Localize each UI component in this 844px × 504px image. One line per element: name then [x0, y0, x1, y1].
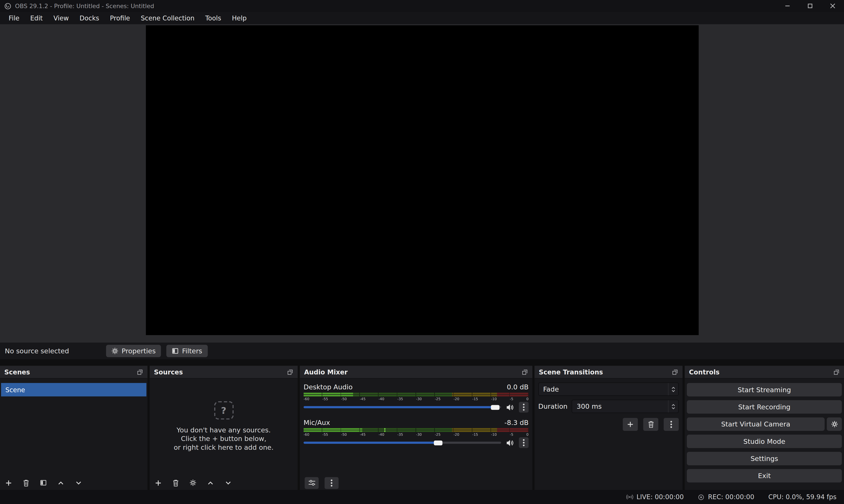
- duration-label: Duration: [538, 402, 567, 411]
- gear-icon: [111, 347, 119, 355]
- rec-timer: REC: 00:00:00: [708, 493, 754, 501]
- channel-name: Mic/Aux: [304, 418, 330, 426]
- move-source-up-icon[interactable]: [207, 479, 214, 486]
- meter-tick-label: -25: [435, 432, 441, 437]
- maximize-button[interactable]: [807, 3, 813, 8]
- meter-tick-label: -35: [397, 397, 403, 401]
- filters-button[interactable]: Filters: [166, 345, 207, 357]
- titlebar: OBS 29.1.2 - Profile: Untitled - Scenes:…: [0, 0, 844, 12]
- meter-tick-label: 0: [526, 397, 528, 401]
- meter-tick-label: -10: [491, 397, 497, 401]
- meter-ticks-overlay: [304, 430, 529, 432]
- volume-meter: [304, 428, 529, 432]
- window-controls: [785, 3, 840, 8]
- transition-select[interactable]: Fade: [538, 382, 679, 396]
- remove-scene-icon[interactable]: [23, 479, 30, 486]
- mixer-channel-desktop-audio: Desktop Audio 0.0 dB -60-55-50-45-40-35-…: [304, 382, 529, 412]
- start-recording-button[interactable]: Start Recording: [687, 400, 842, 414]
- meter-tick-label: -60: [304, 432, 310, 437]
- channel-volume-db: -8.3 dB: [505, 418, 529, 426]
- live-timer: LIVE: 00:00:00: [637, 493, 684, 501]
- stats-text: CPU: 0.0%, 59.94 fps: [768, 493, 836, 501]
- menu-item-help[interactable]: Help: [227, 12, 252, 24]
- rec-status: REC: 00:00:00: [698, 493, 754, 501]
- menu-item-docks[interactable]: Docks: [74, 12, 105, 24]
- remove-transition-button[interactable]: [643, 418, 658, 431]
- empty-text-line: or right click here to add one.: [150, 443, 298, 452]
- cpu-fps-stats: CPU: 0.0%, 59.94 fps: [768, 493, 836, 501]
- add-transition-button[interactable]: [623, 418, 638, 431]
- menu-item-edit[interactable]: Edit: [25, 12, 48, 24]
- menu-item-profile[interactable]: Profile: [105, 12, 135, 24]
- meter-tick-label: -55: [322, 397, 328, 401]
- channel-volume-db: 0.0 dB: [507, 383, 529, 391]
- empty-text-line: Click the + button below,: [150, 435, 298, 443]
- studio-mode-button[interactable]: Studio Mode: [687, 435, 842, 448]
- popout-icon[interactable]: [137, 369, 143, 375]
- volume-slider-handle[interactable]: [491, 405, 499, 410]
- menu-item-tools[interactable]: Tools: [200, 12, 227, 24]
- minimize-button[interactable]: [785, 3, 790, 8]
- menu-item-scene-collection[interactable]: Scene Collection: [135, 12, 200, 24]
- properties-button[interactable]: Properties: [106, 345, 161, 357]
- close-button[interactable]: [830, 3, 835, 8]
- meter-tick-label: -25: [435, 397, 441, 401]
- remove-source-icon[interactable]: [172, 479, 179, 486]
- mixer-toolbar: [300, 475, 532, 490]
- transition-properties-kebab-icon[interactable]: [664, 418, 679, 431]
- record-dot-icon: [698, 493, 705, 501]
- sources-toolbar: [150, 475, 298, 490]
- scene-filters-icon[interactable]: [40, 479, 47, 486]
- source-toolbar: No source selected Properties Filters: [0, 343, 844, 359]
- transition-select-value: Fade: [543, 385, 559, 393]
- start-streaming-button[interactable]: Start Streaming: [687, 383, 842, 396]
- empty-text-line: You don't have any sources.: [150, 426, 298, 435]
- filters-icon: [172, 347, 179, 355]
- start-virtual-camera-button[interactable]: Start Virtual Camera: [687, 417, 825, 431]
- spinbox-arrows-icon[interactable]: [668, 400, 678, 412]
- duration-spinbox[interactable]: 300 ms: [572, 400, 679, 413]
- program-canvas[interactable]: [146, 25, 699, 335]
- window-title: OBS 29.1.2 - Profile: Untitled - Scenes:…: [15, 2, 154, 10]
- source-properties-gear-icon[interactable]: [189, 479, 196, 486]
- advanced-audio-properties-button[interactable]: [304, 477, 319, 489]
- meter-scale: -60-55-50-45-40-35-30-25-20-15-10-50: [304, 397, 529, 401]
- settings-button[interactable]: Settings: [687, 452, 842, 465]
- move-source-down-icon[interactable]: [224, 479, 232, 486]
- add-scene-icon[interactable]: [5, 479, 12, 486]
- meter-ticks-overlay: [304, 428, 529, 430]
- meter-ticks-overlay: [304, 395, 529, 396]
- menu-item-view[interactable]: View: [48, 12, 74, 24]
- scene-transitions-panel-title: Scene Transitions: [539, 368, 603, 376]
- popout-icon[interactable]: [522, 369, 528, 375]
- menu-item-file[interactable]: File: [3, 12, 25, 24]
- meter-tick-label: -5: [510, 397, 513, 401]
- speaker-icon[interactable]: [506, 403, 514, 411]
- volume-meter: [304, 393, 529, 396]
- mixer-options-kebab-icon[interactable]: [324, 477, 339, 489]
- filters-button-label: Filters: [182, 347, 202, 355]
- meter-tick-label: -60: [304, 397, 310, 401]
- exit-button[interactable]: Exit: [687, 469, 842, 483]
- add-source-icon[interactable]: [155, 479, 162, 486]
- combo-arrows-icon[interactable]: [668, 383, 678, 395]
- channel-options-kebab-icon[interactable]: [519, 402, 528, 413]
- move-scene-up-icon[interactable]: [57, 479, 65, 486]
- meter-tick-label: -15: [472, 432, 478, 437]
- virtual-camera-settings-gear-icon[interactable]: [827, 417, 842, 431]
- speaker-icon[interactable]: [506, 438, 514, 447]
- meter-tick-label: -50: [341, 432, 347, 437]
- audio-mixer-panel-title: Audio Mixer: [304, 368, 348, 376]
- meter-tick-label: -45: [360, 432, 366, 437]
- volume-slider[interactable]: [304, 442, 501, 444]
- popout-icon[interactable]: [672, 369, 678, 375]
- popout-icon[interactable]: [833, 369, 840, 375]
- volume-slider[interactable]: [304, 406, 501, 408]
- popout-icon[interactable]: [287, 369, 293, 375]
- sources-panel-title: Sources: [154, 368, 183, 376]
- channel-options-kebab-icon[interactable]: [519, 437, 528, 448]
- scene-list-item[interactable]: Scene: [1, 383, 146, 396]
- scene-transitions-panel: Scene Transitions Fade Duration 300 ms: [534, 366, 683, 490]
- move-scene-down-icon[interactable]: [75, 479, 82, 486]
- volume-slider-handle[interactable]: [434, 440, 442, 445]
